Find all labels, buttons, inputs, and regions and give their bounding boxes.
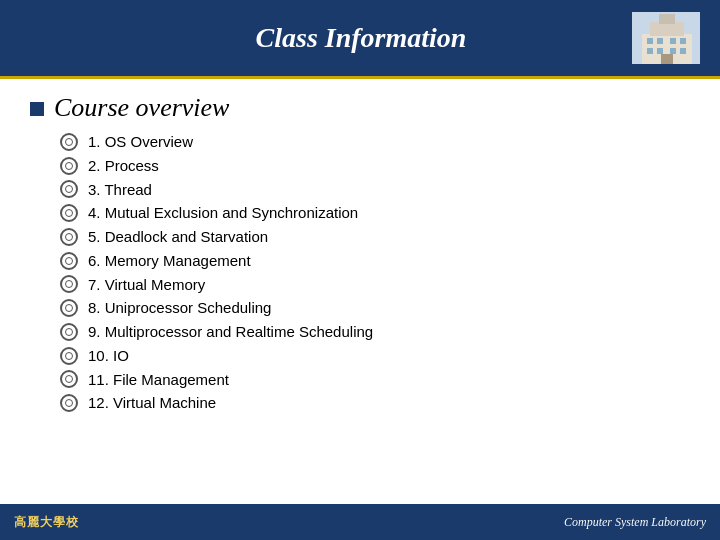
list-item-text: 12. Virtual Machine	[88, 392, 216, 414]
list-item-text: 10. IO	[88, 345, 129, 367]
list-item-text: 11. File Management	[88, 369, 229, 391]
svg-rect-3	[659, 14, 675, 24]
list-item: 7. Virtual Memory	[60, 274, 690, 296]
list-item-text: 5. Deadlock and Starvation	[88, 226, 268, 248]
section-heading: Course overview	[30, 93, 690, 123]
footer-right-text: Computer System Laboratory	[564, 515, 706, 530]
list-bullet-icon	[60, 275, 78, 293]
list-item-text: 2. Process	[88, 155, 159, 177]
list-bullet-inner	[65, 375, 73, 383]
list-item: 11. File Management	[60, 369, 690, 391]
svg-rect-6	[670, 38, 676, 44]
list-item-text: 4. Mutual Exclusion and Synchronization	[88, 202, 358, 224]
slide: Class Information	[0, 0, 720, 540]
list-bullet-inner	[65, 162, 73, 170]
list-item: 3. Thread	[60, 179, 690, 201]
svg-rect-9	[657, 48, 663, 54]
header-building-logo	[632, 12, 700, 64]
list-item-text: 1. OS Overview	[88, 131, 193, 153]
list-item-text: 7. Virtual Memory	[88, 274, 205, 296]
list-item: 4. Mutual Exclusion and Synchronization	[60, 202, 690, 224]
list-bullet-inner	[65, 257, 73, 265]
section-title: Course overview	[54, 93, 229, 123]
slide-title: Class Information	[90, 22, 632, 54]
main-content: Course overview 1. OS Overview2. Process…	[0, 79, 720, 504]
list-item: 2. Process	[60, 155, 690, 177]
svg-rect-7	[680, 38, 686, 44]
list-bullet-icon	[60, 252, 78, 270]
course-list: 1. OS Overview2. Process3. Thread4. Mutu…	[30, 131, 690, 414]
list-item: 5. Deadlock and Starvation	[60, 226, 690, 248]
list-item-text: 8. Uniprocessor Scheduling	[88, 297, 271, 319]
list-item-text: 9. Multiprocessor and Realtime Schedulin…	[88, 321, 373, 343]
footer: 高麗大學校 Computer System Laboratory	[0, 504, 720, 540]
list-bullet-inner	[65, 233, 73, 241]
list-bullet-inner	[65, 209, 73, 217]
list-bullet-icon	[60, 347, 78, 365]
svg-rect-2	[650, 22, 684, 36]
list-bullet-icon	[60, 180, 78, 198]
list-bullet-icon	[60, 157, 78, 175]
svg-rect-5	[657, 38, 663, 44]
header: Class Information	[0, 0, 720, 76]
section-bullet	[30, 102, 44, 116]
list-bullet-icon	[60, 299, 78, 317]
list-bullet-inner	[65, 280, 73, 288]
footer-left-text: 高麗大學校	[14, 514, 79, 531]
list-bullet-inner	[65, 138, 73, 146]
list-bullet-icon	[60, 228, 78, 246]
list-bullet-icon	[60, 204, 78, 222]
list-bullet-inner	[65, 185, 73, 193]
list-bullet-inner	[65, 352, 73, 360]
list-item: 12. Virtual Machine	[60, 392, 690, 414]
list-bullet-icon	[60, 370, 78, 388]
list-item: 9. Multiprocessor and Realtime Schedulin…	[60, 321, 690, 343]
svg-rect-11	[680, 48, 686, 54]
list-bullet-icon	[60, 133, 78, 151]
list-item: 1. OS Overview	[60, 131, 690, 153]
list-item: 6. Memory Management	[60, 250, 690, 272]
list-item-text: 6. Memory Management	[88, 250, 251, 272]
svg-rect-4	[647, 38, 653, 44]
svg-rect-8	[647, 48, 653, 54]
list-bullet-inner	[65, 304, 73, 312]
list-bullet-inner	[65, 399, 73, 407]
list-item-text: 3. Thread	[88, 179, 152, 201]
list-bullet-inner	[65, 328, 73, 336]
svg-rect-10	[670, 48, 676, 54]
svg-rect-12	[661, 54, 673, 64]
list-bullet-icon	[60, 323, 78, 341]
list-bullet-icon	[60, 394, 78, 412]
list-item: 10. IO	[60, 345, 690, 367]
list-item: 8. Uniprocessor Scheduling	[60, 297, 690, 319]
